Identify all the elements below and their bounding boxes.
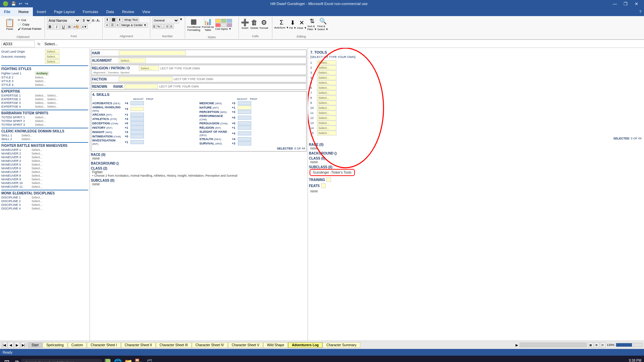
tab-formulas[interactable]: Formulas xyxy=(79,7,102,16)
taskbar-store-icon[interactable]: 🏪 xyxy=(135,358,143,362)
tool-6-select[interactable]: Select... xyxy=(317,85,336,90)
next-sheet-button[interactable]: ▶ xyxy=(14,342,20,348)
decrease-decimal-button[interactable]: 0. xyxy=(169,24,174,29)
align-middle-button[interactable]: ⬛ xyxy=(110,17,117,22)
cleric-skill2-select[interactable]: Select... xyxy=(21,137,33,141)
name-box[interactable] xyxy=(1,41,35,47)
paste-button[interactable]: 📋 Paste xyxy=(3,17,16,31)
tab-wild-shape[interactable]: Wild Shape xyxy=(263,342,288,348)
exp4-select1[interactable]: Select... xyxy=(35,105,46,108)
tool-1-select[interactable]: Select... xyxy=(317,60,336,65)
fill-color-button[interactable]: A🎨 xyxy=(72,24,80,29)
last-sheet-button[interactable]: ▶| xyxy=(20,342,26,348)
horizontal-scrollbar[interactable] xyxy=(520,343,587,347)
style3-select[interactable]: Select... xyxy=(35,79,46,83)
delete-cell-button[interactable]: 🗑 Delete xyxy=(251,19,258,29)
exp1-select2[interactable]: Select... xyxy=(47,94,58,97)
find-select-button[interactable]: 🔍 Find &Select ▼ xyxy=(317,17,328,31)
start-button[interactable]: ⊞ xyxy=(1,357,12,362)
exp3-select1[interactable]: Select... xyxy=(35,101,46,105)
minimize-button[interactable]: — xyxy=(610,0,620,7)
tab-character-sheet-3[interactable]: Character Sheet III xyxy=(156,342,192,348)
font-color-button[interactable]: A▼ xyxy=(81,24,88,29)
style4-select[interactable]: Select... xyxy=(35,83,46,86)
tab-data[interactable]: Data xyxy=(102,7,118,16)
clear-button[interactable]: ✕ Clear ▼ xyxy=(297,19,307,29)
align-center-button[interactable]: ☰ xyxy=(110,23,115,27)
tab-character-sheet-1[interactable]: Character Sheet I xyxy=(87,342,120,348)
alignment-select[interactable]: Select... xyxy=(119,58,146,63)
man11-select[interactable]: Select... xyxy=(32,185,43,188)
cleric-skill1-select[interactable]: Select... xyxy=(21,134,33,137)
increase-font-button[interactable]: A↑ xyxy=(92,19,96,22)
totem3-select[interactable]: Select... xyxy=(35,123,46,126)
tab-character-sheet-2[interactable]: Character Sheet II xyxy=(121,342,156,348)
taskbar-media-icon[interactable]: 🎵 xyxy=(145,358,153,362)
tab-review[interactable]: Review xyxy=(118,7,138,16)
man7-select[interactable]: Select... xyxy=(32,170,43,174)
comma-button[interactable]: , xyxy=(161,24,164,29)
faction-input[interactable] xyxy=(119,77,172,81)
copy-button[interactable]: 📄 Copy xyxy=(17,22,43,26)
sort-filter-button[interactable]: ⇅ Sort &Filter ▼ xyxy=(307,17,317,31)
tab-insert[interactable]: Insert xyxy=(33,7,50,16)
style2-select[interactable]: Select... xyxy=(35,76,46,79)
druid-land-select[interactable]: Select... xyxy=(45,49,59,54)
percent-button[interactable]: % xyxy=(156,24,161,29)
close-button[interactable]: ✕ xyxy=(631,0,641,7)
tool-12-select[interactable]: Select... xyxy=(317,116,336,120)
tool-7-select[interactable]: Select... xyxy=(317,90,336,95)
restore-button[interactable]: ❐ xyxy=(621,0,631,7)
font-size-select[interactable]: 8 xyxy=(81,17,91,23)
tab-custom[interactable]: Custom xyxy=(68,342,87,348)
tool-5-select[interactable]: Select... xyxy=(317,80,336,85)
tool-4-select[interactable]: Select... xyxy=(317,75,336,80)
formula-expand-icon[interactable]: fx xyxy=(36,42,42,46)
currency-button[interactable]: $ xyxy=(152,24,156,29)
fill-button[interactable]: ⬇ Fill ▼ xyxy=(289,19,296,29)
fighter-level1-value[interactable]: Archery xyxy=(35,71,49,75)
format-painter-button[interactable]: 🖌 Format Painter xyxy=(17,27,43,31)
tab-character-summary[interactable]: Character Summary xyxy=(323,342,360,348)
underline-button[interactable]: U xyxy=(60,24,66,29)
tab-character-sheet-5[interactable]: Character Sheet V xyxy=(228,342,263,348)
totem2-select[interactable]: Select... xyxy=(35,119,46,123)
prev-sheet-button[interactable]: ◀ xyxy=(8,342,14,348)
format-cell-button[interactable]: ⚙ Format xyxy=(260,18,268,29)
exp3-select2[interactable]: Select... xyxy=(47,101,58,105)
align-bottom-button[interactable]: ⬇ xyxy=(117,17,122,22)
man5-select[interactable]: Select... xyxy=(32,163,43,166)
cut-button[interactable]: ✂ Cut xyxy=(17,18,43,22)
format-as-table-button[interactable]: 📊 Format asTable xyxy=(202,17,214,32)
increase-decimal-button[interactable]: .0 xyxy=(164,24,169,29)
tool-9-select[interactable]: Select... xyxy=(317,101,336,105)
scroll-right-icon[interactable]: ▶ xyxy=(516,343,518,347)
merge-center-button[interactable]: Merge & Center ▼ xyxy=(120,23,148,27)
tool-11-select[interactable]: Select... xyxy=(317,111,336,115)
exp4-select2[interactable]: Select... xyxy=(47,105,58,108)
disc3-select[interactable]: Select... xyxy=(32,203,43,206)
totem1-select[interactable]: Select... xyxy=(35,116,46,119)
bold-button[interactable]: B xyxy=(47,24,53,29)
page-layout-view-button[interactable]: ⊞ xyxy=(594,342,599,348)
disc1-select[interactable]: Select... xyxy=(32,196,43,199)
tab-spelcasting[interactable]: Spelcasting xyxy=(43,342,67,348)
draconic-ancestry-select[interactable]: Select... xyxy=(45,54,59,59)
tool-10-select[interactable]: Select... xyxy=(317,106,336,110)
insert-cell-button[interactable]: ➕ Insert xyxy=(241,18,249,29)
man1-select[interactable]: Select... xyxy=(32,148,43,152)
zoom-slider[interactable] xyxy=(616,343,643,347)
tool-3-select[interactable]: Select... xyxy=(317,70,336,75)
exp2-select1[interactable]: Select... xyxy=(35,98,46,101)
formula-input[interactable] xyxy=(43,41,643,47)
man3-select[interactable]: Select... xyxy=(32,156,43,159)
wrap-text-button[interactable]: Wrap Text xyxy=(123,17,139,22)
tab-home[interactable]: Home xyxy=(14,7,33,16)
tool-13-select[interactable]: Select... xyxy=(317,121,336,125)
disc2-select[interactable]: Select... xyxy=(32,199,43,203)
tool-2-select[interactable]: Select... xyxy=(317,65,336,70)
taskbar-excel-icon[interactable]: 📗 xyxy=(103,358,112,362)
exp1-select1[interactable]: Select... xyxy=(35,94,46,97)
disc4-select[interactable]: Select... xyxy=(32,207,43,210)
man4-select[interactable]: Select... xyxy=(32,159,43,163)
